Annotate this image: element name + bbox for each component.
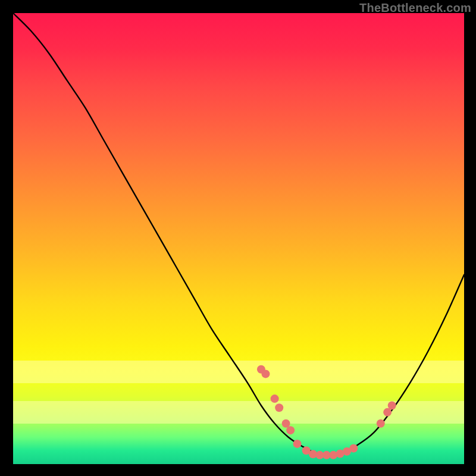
highlight-point bbox=[383, 408, 392, 416]
highlight-point bbox=[282, 419, 290, 428]
chart-frame: TheBottleneck.com bbox=[0, 0, 476, 476]
highlight-points bbox=[257, 365, 396, 459]
highlight-point bbox=[286, 426, 295, 434]
highlight-point bbox=[271, 394, 279, 403]
highlight-point bbox=[275, 403, 283, 412]
watermark-text: TheBottleneck.com bbox=[359, 1, 471, 15]
highlight-point bbox=[388, 401, 396, 409]
highlight-point bbox=[293, 440, 302, 448]
highlight-point bbox=[349, 444, 358, 452]
chart-svg bbox=[13, 13, 464, 464]
highlight-point bbox=[261, 369, 270, 378]
highlight-point bbox=[377, 419, 385, 428]
bottleneck-curve bbox=[13, 13, 464, 455]
